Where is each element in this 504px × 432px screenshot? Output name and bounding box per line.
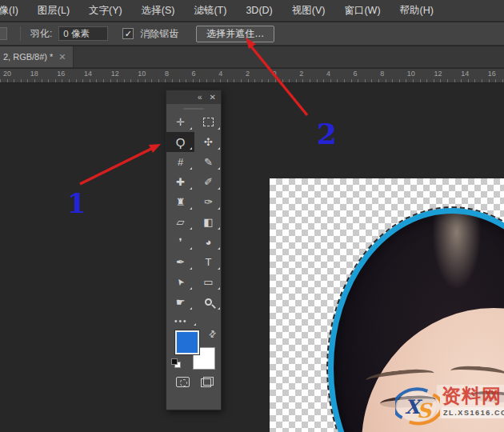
zoom-tool-icon <box>205 298 212 306</box>
menu-type[interactable]: 文字(Y) <box>89 4 122 18</box>
pen-tool[interactable]: ✒ <box>166 252 194 272</box>
move-tool-icon: ✛ <box>176 116 185 128</box>
quick-selection-tool-icon: ✣ <box>204 136 213 148</box>
rectangular-marquee-tool[interactable] <box>194 112 222 132</box>
path-selection-tool[interactable]: ➤ <box>166 272 194 292</box>
close-panel-icon[interactable]: ✕ <box>210 94 216 102</box>
document-tabbar: 2, RGB/8#) * ✕ <box>0 46 504 68</box>
hand-tool[interactable]: ☛ <box>166 292 194 312</box>
tools-palette-header[interactable]: « ✕ <box>166 90 221 104</box>
tab-close-icon[interactable]: ✕ <box>58 52 66 62</box>
type-tool-icon: T <box>206 256 212 268</box>
menu-select[interactable]: 选择(S) <box>142 4 175 18</box>
options-separator <box>20 26 21 41</box>
rectangle-tool[interactable]: ▭ <box>194 272 222 292</box>
panel-bottom-row <box>166 372 221 387</box>
menu-layer[interactable]: 图层(L) <box>38 4 70 18</box>
feather-input[interactable]: 0 像素 <box>58 26 108 41</box>
menu-help[interactable]: 帮助(H) <box>400 4 434 18</box>
quick-mask-icon[interactable] <box>176 377 190 387</box>
eyedropper-tool-icon: ✎ <box>204 156 213 168</box>
document-tab[interactable]: 2, RGB/8#) * ✕ <box>0 46 74 67</box>
gradient-tool[interactable]: ◧ <box>194 212 222 232</box>
menu-window[interactable]: 窗口(W) <box>344 4 380 18</box>
quick-selection-tool[interactable]: ✣ <box>194 132 222 152</box>
panel-grip[interactable] <box>183 108 204 110</box>
eyedropper-tool[interactable]: ✎ <box>194 152 222 172</box>
eraser-tool[interactable]: ▱ <box>166 212 194 232</box>
menu-image[interactable]: 图像(I) <box>0 4 18 18</box>
edit-toolbar-ellipsis[interactable]: ••• <box>166 312 221 327</box>
eraser-tool-icon: ▱ <box>177 216 185 228</box>
zoom-tool[interactable] <box>194 292 222 312</box>
gradient-tool-icon: ◧ <box>203 216 213 228</box>
brush-tool-icon: ✐ <box>204 176 213 188</box>
tool-grid: ✛ Ϙ ✣ # ✎ ✚ ✐ ♜ ✑ ▱ ◧ ❜ ◕ ✒ T ➤ ▭ ☛ <box>166 112 221 312</box>
dodge-tool[interactable]: ◕ <box>194 232 222 252</box>
history-brush-tool[interactable]: ✑ <box>194 192 222 212</box>
menubar: 图像(I) 图层(L) 文字(Y) 选择(S) 滤镜(T) 3D(D) 视图(V… <box>0 0 504 22</box>
tools-palette: « ✕ ✛ Ϙ ✣ # ✎ ✚ ✐ ♜ ✑ ▱ ◧ ❜ ◕ ✒ T ➤ ▭ ☛ … <box>166 90 222 410</box>
screen-mode-icon[interactable] <box>201 377 214 387</box>
menu-filter[interactable]: 滤镜(T) <box>194 4 226 18</box>
lasso-tool-icon: Ϙ <box>176 135 186 149</box>
default-colors-icon[interactable] <box>171 358 181 368</box>
horizontal-ruler: 20181614121086420246810121416 <box>0 69 504 83</box>
antialias-label: 消除锯齿 <box>140 27 178 41</box>
hand-tool-icon: ☛ <box>176 296 186 308</box>
select-and-mask-button[interactable]: 选择并遮住… <box>196 26 274 42</box>
blur-tool[interactable]: ❜ <box>166 232 194 252</box>
spot-healing-brush-tool[interactable]: ✚ <box>166 172 194 192</box>
work-area <box>0 83 504 432</box>
color-swatches: ⇄ <box>166 329 221 372</box>
menu-view[interactable]: 视图(V) <box>292 4 326 18</box>
brush-tool[interactable]: ✐ <box>194 172 222 192</box>
menu-3d[interactable]: 3D(D) <box>246 5 272 16</box>
swap-colors-icon[interactable]: ⇄ <box>206 328 219 341</box>
image-canvas[interactable] <box>270 178 504 432</box>
dodge-tool-icon: ◕ <box>206 236 212 248</box>
crop-tool[interactable]: # <box>166 152 194 172</box>
path-selection-tool-icon: ➤ <box>174 276 187 288</box>
ruler-ticks: 20181614121086420246810121416 <box>0 69 504 78</box>
lasso-tool[interactable]: Ϙ <box>166 132 194 152</box>
marquee-tool-icon <box>203 118 214 126</box>
history-brush-tool-icon: ✑ <box>204 196 213 208</box>
tool-preset-icon[interactable] <box>0 27 7 40</box>
pen-tool-icon: ✒ <box>176 256 185 268</box>
collapse-panel-icon[interactable]: « <box>198 94 202 102</box>
type-tool[interactable]: T <box>194 252 222 272</box>
document-tab-title: 2, RGB/8#) * <box>3 52 53 62</box>
tool-options-bar: 羽化: 0 像素 ✓ 消除锯齿 选择并遮住… <box>0 22 504 46</box>
antialias-checkbox[interactable]: ✓ <box>122 28 134 39</box>
spot-healing-tool-icon: ✚ <box>176 176 185 188</box>
move-tool[interactable]: ✛ <box>166 112 194 132</box>
clone-stamp-tool-icon: ♜ <box>176 196 186 208</box>
crop-tool-icon: # <box>178 156 183 168</box>
rectangle-tool-icon: ▭ <box>203 276 213 288</box>
foreground-color-swatch[interactable] <box>175 330 199 354</box>
feather-label: 羽化: <box>30 27 52 41</box>
blur-tool-icon: ❜ <box>178 236 182 248</box>
clone-stamp-tool[interactable]: ♜ <box>166 192 194 212</box>
